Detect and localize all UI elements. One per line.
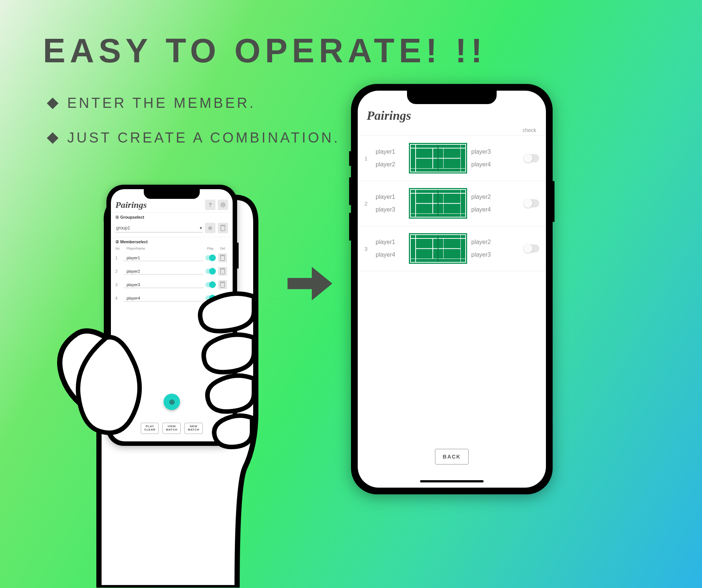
player-label: player3 (471, 251, 500, 258)
diamond-icon (47, 132, 58, 144)
check-toggle[interactable] (524, 199, 539, 207)
player-label: player1 (376, 239, 405, 245)
match-team-left: player1 player3 (376, 194, 405, 213)
phone-notch (407, 91, 497, 104)
match-team-right: player2 player4 (471, 194, 500, 213)
back-button[interactable]: BACK (435, 449, 469, 465)
bullet-item: ENTER THE MEMBER. (49, 95, 340, 111)
court-icon (410, 234, 466, 263)
match-row: 1 player1 player2 player3 player4 (358, 135, 546, 181)
bullet-item: JUST CREATE A COMBINATION. (49, 130, 340, 146)
match-team-left: player1 player2 (376, 148, 405, 168)
check-toggle[interactable] (524, 154, 539, 162)
bullet-text: ENTER THE MEMBER. (67, 95, 256, 111)
match-team-right: player2 player3 (471, 239, 500, 258)
match-number: 2 (364, 200, 370, 207)
court-icon (410, 144, 466, 172)
player-label: player2 (376, 161, 405, 168)
player-label: player3 (376, 206, 405, 213)
app-title: Pairings (367, 109, 537, 123)
player-label: player2 (471, 239, 500, 245)
arrow-right-icon (284, 257, 336, 310)
headline: EASY TO OPERATE! !! (43, 32, 487, 70)
bullet-list: ENTER THE MEMBER. JUST CREATE A COMBINAT… (49, 95, 340, 165)
court-icon (410, 189, 466, 218)
player-label: player4 (471, 206, 500, 213)
phone-right: Pairings check 1 player1 player2 player3… (351, 84, 553, 494)
hand-fingers (47, 177, 286, 588)
match-row: 3 player1 player4 player2 player3 (358, 226, 546, 271)
player-label: player4 (471, 161, 500, 168)
match-row: 2 player1 player3 player2 player4 (358, 181, 546, 226)
player-label: player3 (471, 148, 500, 155)
check-toggle[interactable] (524, 244, 539, 253)
player-label: player1 (376, 148, 405, 155)
diamond-icon (47, 97, 58, 109)
player-label: player2 (471, 194, 500, 200)
match-team-right: player3 player4 (471, 148, 500, 168)
player-label: player4 (376, 251, 405, 258)
match-number: 1 (364, 155, 370, 162)
player-label: player1 (376, 194, 405, 200)
match-team-left: player1 player4 (376, 239, 405, 258)
hand-holding-phone: Pairings ? ⦿ ① Groupselect group1 ▾ ⊛ ② … (47, 177, 286, 588)
check-column-label: check (358, 126, 546, 135)
match-number: 3 (364, 245, 370, 252)
home-indicator (420, 480, 484, 482)
bullet-text: JUST CREATE A COMBINATION. (67, 130, 340, 146)
